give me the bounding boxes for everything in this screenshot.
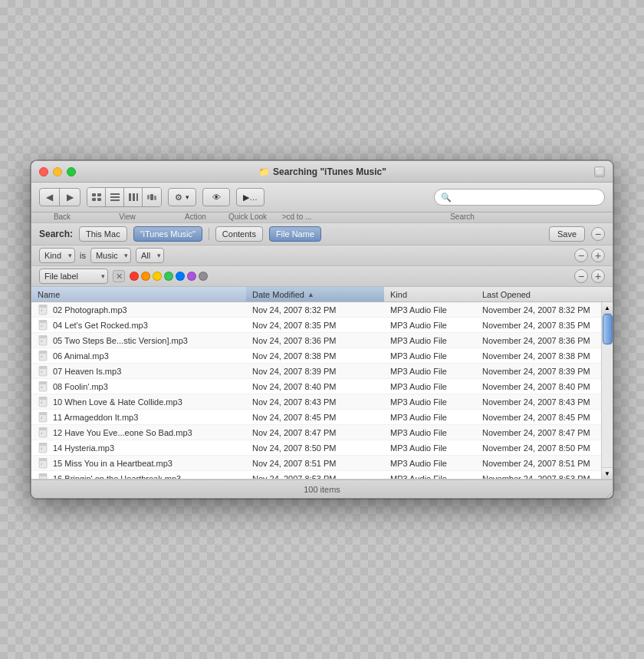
filter-row: Kind is Music All − + (31, 245, 613, 266)
file-opened-cell: November 24, 2007 8:32 PM (476, 305, 601, 315)
file-name-cell: ♪ 08 Foolin'.mp3 (31, 381, 246, 392)
view-coverflow-button[interactable] (143, 188, 161, 206)
minimize-button[interactable] (53, 167, 62, 176)
color-yellow[interactable] (153, 272, 162, 281)
table-body[interactable]: ♪ 02 Photograph.mp3 Nov 24, 2007 8:32 PM… (31, 302, 601, 479)
title-bar: 📁 Searching "iTunes Music" ⬜ (31, 161, 613, 183)
search-bar[interactable]: 🔍 (434, 189, 605, 206)
color-circles (130, 272, 208, 281)
table-row[interactable]: ♪ 10 When Love & Hate Collide.mp3 Nov 24… (31, 394, 601, 410)
table-row[interactable]: ♪ 11 Armageddon It.mp3 Nov 24, 2007 8:45… (31, 410, 601, 425)
table-row[interactable]: ♪ 02 Photograph.mp3 Nov 24, 2007 8:32 PM… (31, 302, 601, 318)
file-kind-cell: MP3 Audio File (384, 474, 476, 479)
remove-search-button[interactable]: − (591, 227, 605, 241)
label-add-button[interactable]: + (591, 269, 605, 283)
scrollbar-track[interactable] (602, 314, 613, 467)
file-name-cell: ♪ 12 Have You Eve...eone So Bad.mp3 (31, 427, 246, 438)
file-name-text: 11 Armageddon It.mp3 (53, 413, 138, 422)
search-icon: 🔍 (441, 193, 452, 203)
terminal-icon: ▶… (243, 193, 258, 203)
scrollbar-up-button[interactable]: ▲ (602, 302, 613, 314)
table-container: ♪ 02 Photograph.mp3 Nov 24, 2007 8:32 PM… (31, 302, 613, 479)
back-button[interactable]: ◀ (40, 188, 60, 206)
all-select[interactable]: All (136, 248, 164, 263)
col-header-last-opened[interactable]: Last Opened (476, 287, 613, 301)
file-name-cell: ♪ 14 Hysteria.mp3 (31, 443, 246, 453)
table-row[interactable]: ♪ 12 Have You Eve...eone So Bad.mp3 Nov … (31, 425, 601, 440)
svg-rect-3 (97, 198, 101, 201)
view-icon-button[interactable] (87, 188, 106, 206)
label-quicklook: Quick Look (222, 213, 274, 221)
filter-remove-button[interactable]: − (574, 249, 588, 262)
svg-rect-5 (110, 196, 120, 198)
music-file-icon: ♪ (38, 381, 50, 392)
file-kind-cell: MP3 Audio File (384, 459, 476, 468)
scrollbar[interactable]: ▲ ▼ (601, 302, 613, 479)
color-purple[interactable] (187, 272, 196, 281)
label-clear-button[interactable]: ✕ (113, 270, 125, 282)
color-blue[interactable] (176, 272, 185, 281)
scrollbar-down-button[interactable]: ▼ (602, 467, 613, 479)
file-label-select[interactable]: File label (39, 269, 108, 284)
color-gray[interactable] (199, 272, 208, 281)
table-row[interactable]: ♪ 07 Heaven Is.mp3 Nov 24, 2007 8:39 PM … (31, 364, 601, 379)
label-view: View (85, 213, 169, 221)
gear-icon: ⚙ (175, 193, 182, 203)
file-kind-cell: MP3 Audio File (384, 367, 476, 376)
kind-select[interactable]: Kind (39, 248, 75, 263)
search-scope-row: Search: This Mac "iTunes Music" Contents… (31, 223, 613, 245)
toolbar-labels-row: Back View Action Quick Look >cd to ... S… (31, 213, 613, 223)
itunes-music-button[interactable]: "iTunes Music" (133, 226, 202, 242)
view-column-button[interactable] (124, 188, 143, 206)
file-name-cell: ♪ 04 Let's Get Rocked.mp3 (31, 320, 246, 331)
file-date-cell: Nov 24, 2007 8:36 PM (246, 336, 384, 345)
file-opened-cell: November 24, 2007 8:36 PM (476, 336, 601, 345)
scrollbar-thumb[interactable] (603, 314, 613, 344)
col-header-kind[interactable]: Kind (384, 287, 476, 301)
file-name-text: 10 When Love & Hate Collide.mp3 (53, 397, 182, 407)
label-remove-button[interactable]: − (574, 269, 588, 283)
svg-rect-7 (129, 193, 131, 201)
resize-button[interactable]: ⬜ (594, 166, 605, 177)
file-name-text: 07 Heaven Is.mp3 (53, 367, 121, 376)
status-bar: 100 items (31, 479, 613, 498)
label-row: File label ✕ − + (31, 266, 613, 287)
table-row[interactable]: ♪ 08 Foolin'.mp3 Nov 24, 2007 8:40 PM MP… (31, 379, 601, 394)
svg-rect-8 (133, 193, 135, 201)
color-orange[interactable] (141, 272, 150, 281)
contents-button[interactable]: Contents (215, 226, 263, 242)
save-button[interactable]: Save (549, 226, 585, 242)
close-button[interactable] (39, 167, 48, 176)
window-title: 📁 Searching "iTunes Music" (258, 166, 386, 178)
forward-button[interactable]: ▶ (60, 188, 80, 206)
filter-add-button[interactable]: + (591, 249, 605, 262)
quicklook-button[interactable]: 👁 (202, 188, 230, 206)
view-list-button[interactable] (106, 188, 124, 206)
col-header-name[interactable]: Name (31, 287, 246, 301)
color-green[interactable] (164, 272, 173, 281)
file-opened-cell: November 24, 2007 8:35 PM (476, 321, 601, 330)
cd-button[interactable]: ▶… (236, 188, 264, 206)
filename-button[interactable]: File Name (269, 226, 321, 242)
color-red[interactable] (130, 272, 139, 281)
file-name-text: 06 Animal.mp3 (53, 351, 109, 361)
table-row[interactable]: ♪ 14 Hysteria.mp3 Nov 24, 2007 8:50 PM M… (31, 440, 601, 456)
table-header: Name Date Modified ▲ Kind Last Opened (31, 287, 613, 302)
table-row[interactable]: ♪ 06 Animal.mp3 Nov 24, 2007 8:38 PM MP3… (31, 348, 601, 364)
table-row[interactable]: ♪ 15 Miss You in a Heartbeat.mp3 Nov 24,… (31, 456, 601, 471)
eye-icon: 👁 (212, 193, 221, 202)
maximize-button[interactable] (67, 167, 76, 176)
search-input[interactable] (455, 192, 598, 203)
file-name-text: 12 Have You Eve...eone So Bad.mp3 (53, 428, 192, 437)
action-button[interactable]: ⚙ ▾ (168, 188, 196, 206)
file-date-cell: Nov 24, 2007 8:43 PM (246, 397, 384, 407)
file-name-text: 14 Hysteria.mp3 (53, 443, 114, 453)
music-select[interactable]: Music (90, 248, 131, 263)
file-name-text: 04 Let's Get Rocked.mp3 (53, 321, 148, 330)
table-row[interactable]: ♪ 04 Let's Get Rocked.mp3 Nov 24, 2007 8… (31, 318, 601, 333)
this-mac-button[interactable]: This Mac (79, 226, 127, 242)
col-header-date[interactable]: Date Modified ▲ (246, 287, 384, 301)
table-row[interactable]: ♪ 05 Two Steps Be...stic Version].mp3 No… (31, 333, 601, 348)
file-kind-cell: MP3 Audio File (384, 351, 476, 361)
table-row[interactable]: ♪ 16 Bringin' on the Heartbreak.mp3 Nov … (31, 471, 601, 479)
